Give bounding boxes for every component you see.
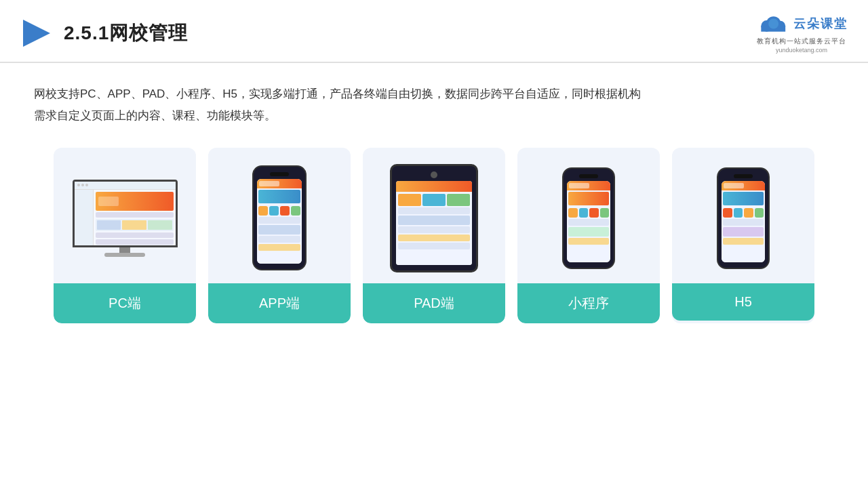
svg-marker-0	[23, 20, 50, 47]
tablet-screen	[396, 181, 472, 265]
card-image-pc	[54, 148, 196, 283]
card-pc: PC端	[54, 148, 196, 323]
tablet-content	[396, 192, 472, 265]
logo-tagline: 教育机构一站式服务云平台	[757, 37, 846, 46]
phone-content-miniapp	[567, 190, 610, 262]
card-label-app: APP端	[208, 283, 351, 323]
play-icon	[20, 17, 53, 49]
phone-screen-app	[257, 179, 302, 264]
card-image-pad	[363, 148, 505, 283]
pc-mockup	[73, 180, 178, 257]
desc-line2: 需求自定义页面上的内容、课程、功能模块等。	[34, 109, 276, 122]
card-pad: PAD端	[363, 148, 505, 323]
card-app: APP端	[208, 148, 351, 323]
pc-screen	[73, 180, 178, 247]
phone-mockup-app	[252, 165, 307, 270]
phone-screen-h5	[722, 181, 765, 262]
phone-notch-miniapp	[579, 174, 598, 178]
logo-url: yunduoketang.com	[776, 47, 827, 54]
card-label-pad: PAD端	[363, 283, 505, 323]
logo-cloud: 云朵课堂	[755, 12, 848, 35]
phone-header-h5	[722, 181, 765, 190]
description: 网校支持PC、APP、PAD、小程序、H5，实现多端打通，产品各终端自由切换，数…	[34, 83, 834, 127]
page-title: 2.5.1网校管理	[64, 20, 188, 46]
phone-mockup-miniapp	[562, 167, 615, 269]
tablet-header	[396, 181, 472, 192]
card-miniapp: 小程序	[517, 148, 660, 323]
logo-text: 云朵课堂	[793, 16, 848, 32]
svg-point-5	[768, 19, 778, 29]
phone-notch	[270, 172, 289, 176]
tablet-home	[431, 171, 437, 178]
main-content: 网校支持PC、APP、PAD、小程序、H5，实现多端打通，产品各终端自由切换，数…	[0, 63, 868, 337]
card-image-h5	[672, 148, 814, 283]
desc-line1: 网校支持PC、APP、PAD、小程序、H5，实现多端打通，产品各终端自由切换，数…	[34, 87, 641, 100]
cloud-icon	[755, 12, 789, 35]
card-h5: H5	[672, 148, 814, 323]
header-left: 2.5.1网校管理	[20, 17, 188, 49]
phone-header	[257, 179, 302, 188]
phone-content-h5	[722, 190, 765, 262]
tablet-mockup	[390, 164, 478, 272]
card-label-h5: H5	[672, 283, 814, 321]
phone-mockup-h5	[717, 167, 770, 269]
logo-area: 云朵课堂 教育机构一站式服务云平台 yunduoketang.com	[755, 12, 848, 54]
phone-header-miniapp	[567, 181, 610, 190]
phone-notch-h5	[734, 174, 753, 178]
card-label-miniapp: 小程序	[517, 283, 660, 323]
phone-content	[257, 188, 302, 264]
header: 2.5.1网校管理 云朵课堂 教育机构一站式服务云平台 yunduoketang…	[0, 0, 868, 63]
cards-container: PC端	[34, 148, 834, 323]
card-image-miniapp	[517, 148, 660, 283]
phone-screen-miniapp	[567, 181, 610, 262]
card-image-app	[208, 148, 351, 283]
card-label-pc: PC端	[54, 283, 196, 323]
